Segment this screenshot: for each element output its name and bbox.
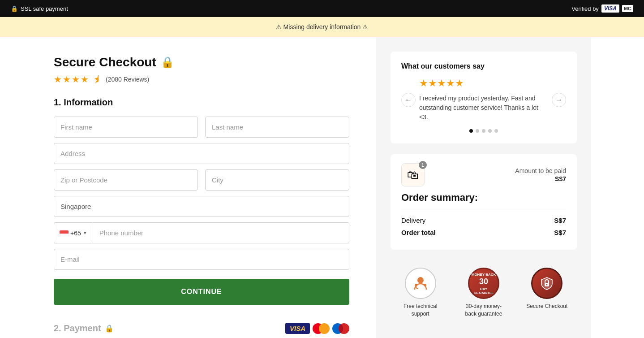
phone-dropdown-arrow: ▼ — [83, 230, 87, 235]
secure-label: Secure Checkout — [526, 303, 567, 310]
trust-badges: Free technical support MONEY BACK 30 DAY… — [391, 260, 577, 321]
dot-3 — [482, 129, 485, 133]
support-icon — [405, 268, 436, 299]
testimonial-text: I received my product yesterday. Fast an… — [419, 94, 548, 122]
phone-prefix[interactable]: +65 ▼ — [54, 223, 93, 243]
order-summary-title: Order summary: — [401, 192, 566, 204]
amount-label: Amount to be paid — [515, 167, 566, 174]
testimonial-next-button[interactable]: → — [552, 93, 566, 107]
mc-verified-logo: MC — [622, 5, 633, 12]
dot-2 — [476, 129, 479, 133]
trust-guarantee: MONEY BACK 30 DAY GUARANTEE 30-day money… — [454, 268, 513, 318]
svg-point-0 — [417, 277, 424, 283]
top-bar: 🔒 SSL safe payment Verified by VISA MC — [0, 0, 644, 17]
testimonial-stars: ★★★★★ — [419, 78, 548, 89]
product-quantity-badge: 1 — [419, 161, 427, 169]
guarantee-icon: MONEY BACK 30 DAY GUARANTEE — [468, 268, 499, 299]
sidebar: What our customers say ← ★★★★★ I receive… — [376, 37, 591, 338]
visa-card-logo: VISA — [285, 323, 310, 334]
last-name-input[interactable] — [205, 117, 349, 138]
payment-title-text: 2. Payment — [54, 323, 101, 334]
ssl-badge: 🔒 SSL safe payment — [11, 5, 68, 12]
city-input[interactable] — [205, 169, 349, 191]
trust-secure: Secure Checkout — [517, 268, 577, 318]
payment-logos: VISA — [285, 323, 349, 334]
main-layout: Secure Checkout 🔒 ★★★★ ⯨ (2080 Reviews) … — [0, 37, 644, 338]
maestro-logo — [332, 323, 349, 334]
mastercard-logo — [313, 323, 330, 334]
first-name-input[interactable] — [54, 117, 198, 138]
zip-city-row — [54, 169, 349, 191]
payment-title: 2. Payment 🔒 — [54, 323, 114, 334]
warning-text: ⚠ Missing delivery information ⚠ — [276, 23, 369, 30]
phone-row: +65 ▼ — [54, 222, 349, 243]
half-star-icon: ⯨ — [93, 74, 102, 85]
order-total-row: Order total S$7 — [401, 229, 566, 236]
star-rating: ★★★★ — [54, 74, 90, 85]
product-row: 🛍 1 Amount to be paid S$7 — [401, 163, 566, 186]
rating-row: ★★★★ ⯨ (2080 Reviews) — [54, 74, 349, 85]
checkout-title-text: Secure Checkout — [54, 55, 156, 69]
testimonial-heading: What our customers say — [401, 62, 566, 70]
dot-5 — [494, 129, 498, 133]
verified-text: Verified by — [571, 5, 599, 12]
country-input[interactable] — [54, 196, 349, 217]
support-label: Free technical support — [398, 303, 443, 318]
sg-flag — [60, 229, 69, 236]
dot-4 — [488, 129, 492, 133]
review-count: (2080 Reviews) — [106, 76, 149, 83]
testimonial-prev-button[interactable]: ← — [401, 93, 416, 107]
verified-badge: Verified by VISA MC — [571, 4, 633, 13]
order-total-value: S$7 — [554, 229, 566, 236]
svg-point-4 — [546, 284, 548, 286]
dot-1 — [469, 129, 473, 133]
lock-icon: 🔒 — [11, 5, 18, 12]
order-summary: 🛍 1 Amount to be paid S$7 Order summary:… — [391, 154, 577, 250]
guarantee-label: 30-day money-back guarantee — [461, 303, 506, 318]
testimonial-content: ← ★★★★★ I received my product yesterday.… — [401, 78, 566, 122]
payment-section: 2. Payment 🔒 VISA — [54, 323, 349, 334]
bag-emoji: 🛍 — [407, 168, 419, 182]
testimonial-dots — [401, 129, 566, 133]
checkout-lock-icon: 🔒 — [161, 56, 174, 69]
svg-point-1 — [415, 284, 417, 286]
form-section: Secure Checkout 🔒 ★★★★ ⯨ (2080 Reviews) … — [0, 37, 376, 338]
zip-input[interactable] — [54, 169, 198, 191]
delivery-label: Delivery — [401, 217, 425, 224]
email-input[interactable] — [54, 249, 349, 270]
secure-icon — [531, 268, 562, 299]
testimonial-section: What our customers say ← ★★★★★ I receive… — [391, 52, 577, 143]
svg-point-2 — [424, 284, 426, 286]
summary-divider — [401, 210, 566, 210]
order-total-label: Order total — [401, 229, 436, 236]
ssl-text: SSL safe payment — [21, 5, 68, 12]
address-input[interactable] — [54, 143, 349, 164]
payment-lock-icon: 🔒 — [105, 324, 114, 333]
checkout-title: Secure Checkout 🔒 — [54, 55, 349, 69]
phone-input[interactable] — [93, 223, 349, 243]
amount-value: S$7 — [555, 175, 566, 182]
info-form: +65 ▼ CONTINUE — [54, 117, 349, 305]
trust-support: Free technical support — [391, 268, 450, 318]
visa-verified-logo: VISA — [601, 4, 619, 13]
phone-country-code: +65 — [70, 230, 81, 237]
continue-button[interactable]: CONTINUE — [54, 279, 349, 305]
name-row — [54, 117, 349, 138]
section-heading: 1. Information — [54, 97, 349, 108]
delivery-value: S$7 — [554, 217, 566, 224]
product-bag-icon: 🛍 1 — [401, 163, 425, 186]
warning-banner: ⚠ Missing delivery information ⚠ — [0, 17, 644, 37]
delivery-row: Delivery S$7 — [401, 217, 566, 224]
